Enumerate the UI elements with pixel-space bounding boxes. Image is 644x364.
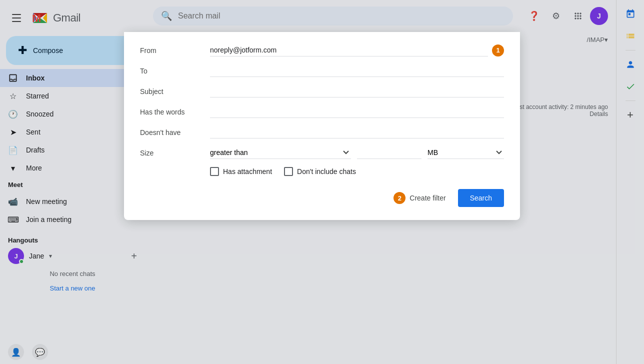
search-button[interactable]: Search — [458, 189, 504, 207]
has-attachment-label: Has attachment — [223, 168, 272, 176]
subject-input-wrap — [210, 85, 504, 98]
to-label: To — [140, 67, 210, 75]
from-input-wrap — [210, 44, 488, 56]
size-comparator-select[interactable]: greater than less than — [210, 146, 351, 159]
create-filter-step-badge: 2 — [394, 192, 406, 204]
to-input[interactable] — [210, 64, 504, 77]
create-filter-label: Create filter — [410, 194, 446, 202]
doesnt-have-input[interactable] — [210, 126, 504, 138]
dont-include-chats-checkbox[interactable]: Don't include chats — [284, 167, 356, 176]
has-attachment-checkbox[interactable]: Has attachment — [210, 167, 272, 176]
has-attachment-box[interactable] — [210, 167, 219, 176]
has-words-row: Has the words — [140, 106, 504, 118]
doesnt-have-row: Doesn't have — [140, 126, 504, 138]
create-filter-button[interactable]: 2 Create filter — [384, 188, 452, 208]
dialog-actions: 2 Create filter Search — [140, 188, 504, 208]
has-words-label: Has the words — [140, 108, 210, 116]
from-step-badge: 1 — [492, 44, 504, 56]
size-label: Size — [140, 149, 210, 157]
size-row: Size greater than less than MB KB Bytes — [140, 146, 504, 159]
size-unit-select[interactable]: MB KB Bytes — [428, 146, 504, 159]
to-row: To — [140, 64, 504, 77]
dont-include-chats-label: Don't include chats — [297, 168, 356, 176]
doesnt-have-label: Doesn't have — [140, 128, 210, 136]
doesnt-have-input-wrap — [210, 126, 504, 138]
subject-row: Subject — [140, 85, 504, 98]
search-dialog: From 1 To Subject Has the words — [124, 32, 520, 220]
subject-label: Subject — [140, 88, 210, 96]
search-dialog-overlay: From 1 To Subject Has the words — [0, 0, 644, 364]
from-label: From — [140, 46, 210, 54]
size-value-input[interactable] — [357, 146, 422, 159]
has-words-input[interactable] — [210, 106, 504, 118]
has-words-input-wrap — [210, 106, 504, 118]
subject-input[interactable] — [210, 85, 504, 98]
from-row: From 1 — [140, 44, 504, 56]
checkbox-row: Has attachment Don't include chats — [210, 167, 504, 176]
from-input[interactable] — [210, 44, 488, 56]
dont-include-chats-box[interactable] — [284, 167, 293, 176]
size-select-wrap: greater than less than MB KB Bytes — [210, 146, 504, 159]
to-input-wrap — [210, 64, 504, 77]
